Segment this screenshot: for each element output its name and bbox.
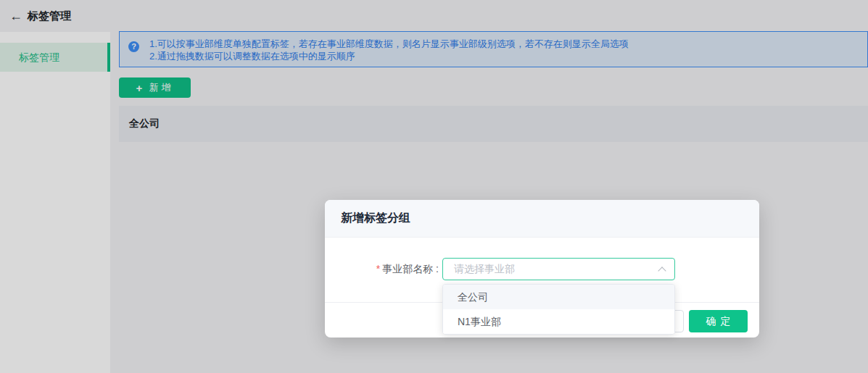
division-select[interactable]: 请选择事业部 (442, 258, 675, 280)
chevron-up-icon (658, 267, 666, 274)
required-mark: * (376, 263, 380, 274)
dialog-title: 新增标签分组 (341, 211, 410, 226)
dropdown-option-n1-division[interactable]: N1事业部 (443, 309, 674, 334)
dialog-header: 新增标签分组 (325, 200, 759, 238)
dropdown-option-all-company[interactable]: 全公司 (443, 285, 674, 309)
division-select-dropdown: 全公司 N1事业部 (442, 284, 675, 335)
division-name-label: *事业部名称 : (325, 258, 442, 280)
form-row-division-name: *事业部名称 : 请选择事业部 (325, 258, 759, 280)
confirm-button-label: 确定 (702, 315, 735, 328)
division-select-placeholder: 请选择事业部 (454, 263, 515, 276)
confirm-button[interactable]: 确定 (689, 310, 748, 332)
